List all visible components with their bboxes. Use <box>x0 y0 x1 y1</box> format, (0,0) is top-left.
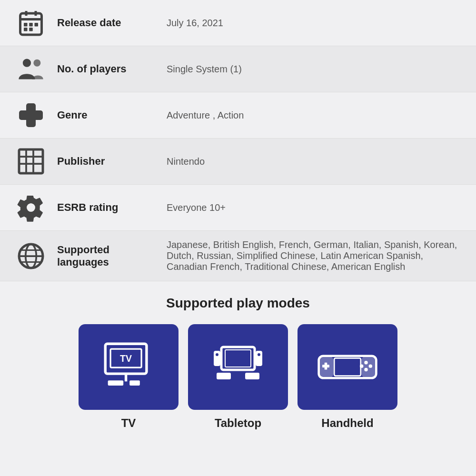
supported-languages-label: Supported languages <box>52 244 157 268</box>
building-icon <box>10 147 52 176</box>
row-release-date: Release date July 16, 2021 <box>0 0 476 46</box>
players-value: Single System (1) <box>157 64 466 75</box>
svg-rect-33 <box>256 351 262 366</box>
row-genre: Genre Adventure , Action <box>0 92 476 139</box>
tv-icon-box: TV <box>79 324 178 410</box>
svg-rect-31 <box>225 350 251 367</box>
play-mode-tv: TV TV <box>79 324 178 430</box>
tv-label: TV <box>121 416 136 430</box>
svg-point-47 <box>360 364 363 367</box>
svg-rect-13 <box>19 149 43 173</box>
players-icon <box>10 55 52 83</box>
row-no-of-players: No. of players Single System (1) <box>0 46 476 92</box>
svg-point-37 <box>258 353 260 356</box>
svg-point-36 <box>216 353 218 356</box>
svg-rect-41 <box>362 356 377 378</box>
release-date-value: July 16, 2021 <box>157 18 466 29</box>
publisher-value: Nintendo <box>157 156 466 167</box>
gamepad-icon <box>10 101 52 129</box>
genre-label: Genre <box>52 109 157 121</box>
svg-point-44 <box>364 361 367 364</box>
players-label: No. of players <box>52 63 157 75</box>
esrb-rating-value: Everyone 10+ <box>157 202 466 213</box>
handheld-label: Handheld <box>321 416 373 430</box>
svg-point-46 <box>364 368 367 371</box>
handheld-icon-box <box>298 324 397 410</box>
svg-rect-29 <box>129 380 140 386</box>
tabletop-label: Tabletop <box>215 416 261 430</box>
row-esrb-rating: ESRB rating Everyone 10+ <box>0 185 476 231</box>
info-table: Release date July 16, 2021 No. of player… <box>0 0 476 281</box>
gear-icon <box>10 193 52 222</box>
svg-rect-32 <box>214 351 220 366</box>
play-modes-section: Supported play modes TV TV <box>0 281 476 449</box>
svg-rect-39 <box>334 358 361 376</box>
svg-rect-28 <box>108 380 123 386</box>
play-modes-title: Supported play modes <box>10 296 466 311</box>
svg-rect-6 <box>35 23 39 27</box>
svg-rect-7 <box>24 28 28 31</box>
tabletop-icon-box <box>188 324 288 410</box>
svg-point-9 <box>23 59 31 67</box>
svg-rect-34 <box>217 373 231 379</box>
svg-text:TV: TV <box>120 353 132 364</box>
svg-point-45 <box>369 364 372 367</box>
svg-rect-12 <box>19 110 43 120</box>
svg-rect-30 <box>221 347 255 370</box>
publisher-label: Publisher <box>52 155 157 168</box>
play-mode-tabletop: Tabletop <box>188 324 288 430</box>
genre-value: Adventure , Action <box>157 110 466 121</box>
svg-rect-43 <box>325 363 327 370</box>
svg-point-10 <box>33 60 40 67</box>
svg-rect-35 <box>245 373 259 379</box>
globe-icon <box>10 242 52 270</box>
row-publisher: Publisher Nintendo <box>0 139 476 185</box>
calendar-icon <box>10 9 52 37</box>
row-supported-languages: Supported languages Japanese, British En… <box>0 231 476 281</box>
svg-rect-4 <box>24 23 28 27</box>
svg-rect-8 <box>29 28 33 31</box>
play-mode-handheld: Handheld <box>298 324 397 430</box>
play-modes-grid: TV TV <box>10 324 466 430</box>
svg-point-18 <box>27 203 35 212</box>
svg-rect-5 <box>29 23 33 27</box>
release-date-label: Release date <box>52 17 157 29</box>
supported-languages-value: Japanese, British English, French, Germa… <box>157 239 466 272</box>
esrb-rating-label: ESRB rating <box>52 201 157 214</box>
